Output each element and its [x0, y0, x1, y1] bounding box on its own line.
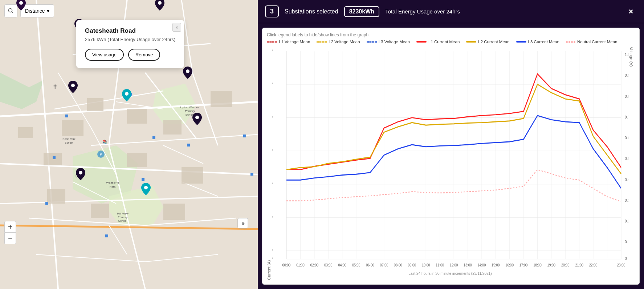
svg-text:0.2: 0.2 [625, 218, 628, 223]
map-marker[interactable] [155, 0, 164, 12]
svg-text:0.5: 0.5 [625, 156, 628, 161]
map-marker[interactable] [16, 0, 26, 12]
svg-text:07:00: 07:00 [380, 263, 388, 268]
remove-button[interactable]: Remove [128, 49, 160, 61]
close-button[interactable]: × [625, 6, 637, 17]
svg-text:0.4: 0.4 [625, 177, 628, 182]
svg-rect-49 [250, 173, 253, 176]
svg-text:22:00: 22:00 [589, 263, 598, 268]
svg-rect-35 [211, 91, 232, 107]
map-marker[interactable] [192, 113, 202, 127]
legend-l2-current-label: L2 Current Mean [478, 40, 509, 44]
svg-text:0: 0 [625, 256, 627, 261]
legend-l2-voltage[interactable]: L2 Voltage Mean [317, 40, 360, 44]
legend-l3-voltage-label: L3 Voltage Mean [379, 40, 410, 44]
svg-text:0.7: 0.7 [625, 115, 628, 119]
legend-neutral-current[interactable]: Neutral Current Mean [566, 40, 617, 44]
legend-l1-current[interactable]: L1 Current Mean [416, 40, 460, 44]
map-marker[interactable] [183, 67, 192, 80]
svg-text:0.9: 0.9 [625, 73, 628, 78]
svg-text:04:00: 04:00 [338, 263, 346, 268]
zoom-in-button[interactable]: + [4, 221, 16, 233]
svg-text:14:00: 14:00 [478, 263, 486, 268]
svg-text:20:00: 20:00 [561, 263, 570, 268]
svg-text:21:00: 21:00 [575, 263, 583, 268]
view-usage-button[interactable]: View usage [85, 49, 124, 61]
svg-text:100: 100 [272, 214, 273, 220]
svg-rect-36 [18, 127, 33, 138]
svg-text:13:00: 13:00 [464, 263, 472, 268]
svg-point-71 [19, 1, 23, 5]
svg-point-75 [186, 69, 189, 73]
popup-close-button[interactable]: × [172, 23, 181, 32]
popup-subtitle: 2576 kWh (Total Energy Usage over 24hrs) [85, 37, 175, 42]
chart-area: Click legend labels to hide/show lines f… [262, 28, 640, 285]
legend-l3-current-label: L3 Current Mean [528, 40, 559, 44]
svg-rect-40 [163, 204, 185, 220]
svg-text:06:00: 06:00 [366, 263, 374, 268]
svg-text:11:00: 11:00 [436, 263, 444, 268]
zoom-out-button[interactable]: − [4, 233, 16, 244]
legend-l2-current[interactable]: L2 Current Mean [466, 40, 509, 44]
map-marker[interactable] [68, 81, 78, 95]
substation-count-badge: 3 [265, 5, 279, 17]
svg-text:23:00: 23:00 [617, 263, 625, 268]
svg-text:250: 250 [272, 114, 273, 120]
svg-point-76 [195, 116, 199, 119]
svg-text:03:00: 03:00 [324, 263, 333, 268]
chart-instruction: Click legend labels to hide/show lines f… [267, 32, 633, 37]
svg-text:Last 24 hours in 30 minute inc: Last 24 hours in 30 minute increments (2… [408, 271, 492, 276]
svg-text:0.1: 0.1 [625, 240, 628, 244]
svg-rect-41 [91, 204, 109, 218]
svg-point-77 [79, 171, 82, 174]
right-panel: 3 Substations selected 8230kWh Total Ene… [258, 0, 644, 289]
legend-l1-voltage[interactable]: L1 Voltage Mean [267, 40, 310, 44]
svg-rect-32 [127, 109, 147, 124]
svg-text:150: 150 [272, 181, 273, 186]
svg-text:05:00: 05:00 [352, 263, 360, 268]
svg-text:Weaslone: Weaslone [106, 181, 119, 184]
map-marker-teal[interactable] [141, 183, 151, 197]
legend-l2-voltage-label: L2 Voltage Mean [329, 40, 360, 44]
y-axis-left-label: Current (A) [267, 47, 271, 280]
map-popup: × Gatesheath Road 2576 kWh (Total Energy… [76, 20, 184, 68]
map-marker[interactable] [76, 168, 85, 182]
svg-text:16:00: 16:00 [505, 263, 514, 268]
svg-text:08:00: 08:00 [394, 263, 402, 268]
svg-text:Park: Park [110, 185, 116, 188]
svg-rect-42 [65, 115, 68, 117]
svg-text:1.0: 1.0 [625, 52, 628, 57]
svg-text:Upton Westlea: Upton Westlea [180, 106, 200, 109]
svg-rect-47 [243, 135, 246, 137]
popup-title: Gatesheath Road [85, 27, 175, 35]
svg-text:300: 300 [272, 81, 273, 87]
legend-l3-current[interactable]: L3 Current Mean [516, 40, 559, 44]
substations-selected-text: Substations selected [285, 8, 338, 15]
map-marker-teal[interactable] [122, 89, 131, 103]
svg-text:12:00: 12:00 [450, 263, 458, 268]
svg-text:P: P [99, 152, 102, 156]
svg-text:19:00: 19:00 [547, 263, 556, 268]
svg-rect-30 [62, 120, 83, 136]
svg-point-74 [71, 84, 75, 87]
svg-text:350: 350 [272, 48, 273, 53]
y-axis-right-label: Voltage (V) [629, 47, 633, 280]
svg-rect-33 [163, 120, 182, 135]
search-button[interactable] [4, 4, 17, 17]
svg-text:0.8: 0.8 [625, 94, 628, 99]
svg-text:Dorin Park: Dorin Park [62, 137, 76, 141]
svg-point-73 [158, 1, 162, 5]
svg-text:School: School [118, 219, 127, 222]
svg-text:00:00: 00:00 [282, 263, 291, 268]
svg-text:01:00: 01:00 [296, 263, 305, 268]
svg-text:Primary: Primary [185, 109, 195, 113]
svg-rect-45 [152, 136, 155, 139]
legend-l3-voltage[interactable]: L3 Voltage Mean [367, 40, 410, 44]
svg-text:02:00: 02:00 [310, 263, 319, 268]
svg-rect-38 [182, 167, 203, 184]
chart-wrapper: Current (A) 350 300 250 200 150 100 50 0 [267, 47, 633, 280]
svg-rect-44 [53, 156, 56, 159]
map-panel: Upton Weaslone Park Dorin Park School Mi… [0, 0, 258, 289]
legend-neutral-current-label: Neutral Current Mean [577, 40, 617, 44]
svg-rect-51 [105, 234, 108, 237]
